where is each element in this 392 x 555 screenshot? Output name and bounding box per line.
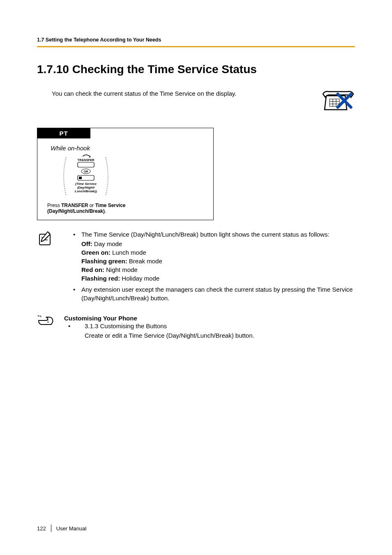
note-penpad-icon [37, 230, 57, 303]
svc-line2: (Day/Night/ [77, 186, 95, 189]
header-rule [37, 46, 355, 47]
note-bullet-1: The Time Service (Day/Night/Lunch/Break)… [69, 230, 355, 239]
status-flash-green: Flashing green: Break mode [69, 257, 355, 265]
svg-line-18 [40, 315, 41, 317]
svg-rect-7 [78, 162, 94, 167]
customising-desc: Create or edit a Time Service (Day/Night… [64, 331, 355, 340]
customising-item: 3.1.3 Customising the Buttons [64, 322, 355, 330]
press-instruction: Press TRANSFER or Time Service (Day/Nigh… [47, 203, 206, 214]
intro-paragraph: You can check the current status of the … [37, 90, 313, 97]
procedure-tab: PT [37, 128, 90, 138]
page-number: 122 [37, 525, 46, 532]
page-title: 1.7.10 Checking the Time Service Status [37, 63, 355, 76]
procedure-tab-label: PT [59, 130, 68, 137]
svg-point-14 [48, 233, 50, 234]
footer-label: User Manual [56, 525, 87, 532]
or-label: OR [84, 170, 88, 173]
hand-pointing-icon [37, 315, 57, 340]
transfer-label: TRANSFER [78, 158, 95, 162]
running-header: 1.7 Setting the Telephone According to Y… [37, 37, 355, 46]
svg-line-17 [38, 315, 39, 316]
procedure-state: While on-hook [51, 145, 206, 152]
procedure-box: PT While on-hook TRANSFER OR [37, 128, 214, 220]
svc-line1: (Time Service [75, 182, 97, 186]
note-bullet-2: Any extension user except the managers c… [69, 285, 355, 302]
svc-line3: Lunch/Break)) [75, 189, 97, 193]
status-red-on: Red on: Night mode [69, 265, 355, 274]
status-green-on: Green on: Lunch mode [69, 248, 355, 257]
customising-title: Customising Your Phone [64, 315, 355, 322]
footer-divider [51, 525, 51, 532]
status-flash-red: Flashing red: Holiday mode [69, 274, 355, 283]
page-footer: 122 User Manual [37, 525, 86, 532]
svg-rect-10 [79, 177, 82, 179]
transfer-button-diagram: TRANSFER OR (Time Service (Day/Night/ Lu… [61, 154, 119, 199]
status-off: Off: Day mode [69, 240, 355, 248]
desk-phone-x-icon [321, 90, 355, 115]
